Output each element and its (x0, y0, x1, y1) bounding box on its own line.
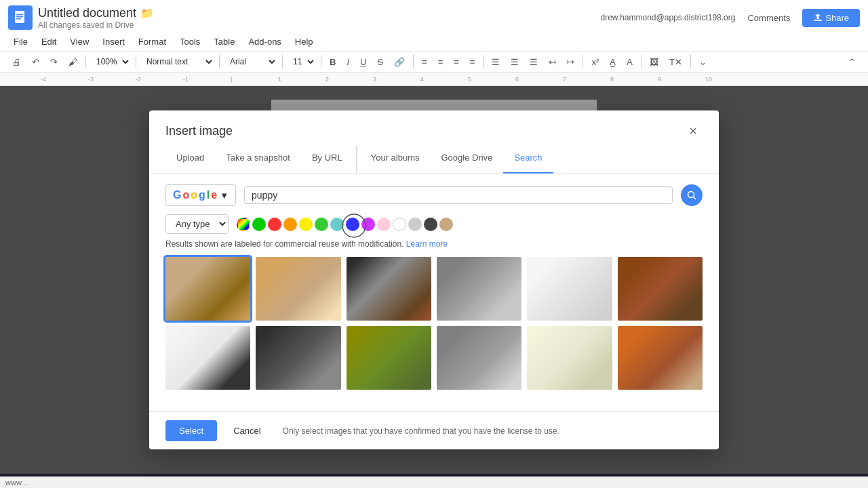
image-cell-3[interactable] (347, 257, 431, 321)
swatch-red[interactable] (268, 218, 281, 231)
tab-search[interactable]: Search (503, 146, 553, 174)
size-select[interactable]: 11 (287, 54, 317, 69)
ruler-mark-5: 5 (468, 76, 471, 83)
increase-indent-button[interactable]: ↦ (563, 55, 578, 69)
swatch-yellow[interactable] (299, 218, 313, 231)
insert-image-button[interactable]: 🖼 (646, 55, 663, 69)
user-email: drew.hammond@apps.district198.org (600, 13, 735, 22)
menu-help[interactable]: Help (290, 34, 319, 49)
doc-title-row: Untitled document 📁 (38, 6, 595, 20)
clear-format-button[interactable]: T✕ (665, 55, 686, 69)
image-cell-6[interactable] (618, 257, 703, 321)
tab-upload[interactable]: Upload (165, 146, 215, 174)
swatch-multicolor[interactable] (237, 218, 250, 231)
search-input[interactable] (252, 190, 665, 201)
superscript-button[interactable]: x² (587, 55, 603, 69)
unordered-list-button[interactable]: ☰ (526, 55, 542, 69)
swatch-purple[interactable] (361, 218, 375, 231)
undo-button[interactable]: ↶ (28, 55, 43, 69)
image-cell-11[interactable] (527, 326, 612, 390)
toolbar-sep-10 (690, 55, 691, 68)
image-cell-5[interactable] (527, 257, 612, 321)
underline-button[interactable]: U (356, 55, 370, 69)
style-select[interactable]: Normal text (140, 54, 215, 69)
tab-albums[interactable]: Your albums (360, 146, 431, 174)
text-color-button[interactable]: A (623, 55, 637, 69)
paint-format-button[interactable]: 🖌 (64, 55, 81, 69)
color-swatches (237, 218, 453, 231)
redo-button[interactable]: ↷ (46, 55, 62, 69)
zoom-select[interactable]: 100% (90, 54, 132, 69)
highlight-button[interactable]: A̲ (606, 55, 620, 69)
logo-g2: g (199, 189, 205, 201)
italic-button[interactable]: I (342, 55, 353, 69)
menu-insert[interactable]: Insert (97, 34, 130, 49)
docs-logo (8, 5, 33, 30)
image-cell-7[interactable] (165, 326, 250, 390)
swatch-green[interactable] (252, 218, 266, 231)
strikethrough-button[interactable]: S (373, 55, 387, 69)
image-cell-12[interactable] (618, 326, 703, 390)
swatch-teal[interactable] (315, 218, 328, 231)
swatch-pink[interactable] (377, 218, 391, 231)
dialog-tabs: Upload Take a snapshot By URL Your album… (149, 146, 719, 174)
logo-e: e (211, 189, 217, 201)
folder-icon[interactable]: 📁 (140, 7, 154, 20)
license-notice: Results shown are labeled for commercial… (165, 239, 703, 249)
link-button[interactable]: 🔗 (390, 55, 409, 69)
menu-edit[interactable]: Edit (36, 34, 62, 49)
swatch-white[interactable] (393, 218, 406, 231)
swatch-blue[interactable] (346, 218, 359, 231)
select-button[interactable]: Select (165, 420, 217, 441)
decrease-indent-button[interactable]: ↤ (545, 55, 560, 69)
menu-addons[interactable]: Add-ons (243, 34, 286, 49)
align-left-button[interactable]: ≡ (418, 55, 431, 69)
menu-file[interactable]: File (8, 34, 33, 49)
status-text: www.... (5, 479, 29, 487)
menu-view[interactable]: View (64, 34, 94, 49)
filter-type-select[interactable]: Any type (165, 214, 229, 234)
line-spacing-button[interactable]: ☰ (488, 55, 504, 69)
learn-more-link[interactable]: Learn more (406, 239, 448, 249)
logo-l: l (207, 189, 210, 201)
bold-button[interactable]: B (326, 55, 340, 69)
search-input-wrapper (244, 186, 673, 204)
toolbar-sep-7 (483, 55, 484, 68)
align-center-button[interactable]: ≡ (434, 55, 448, 69)
search-submit-button[interactable] (681, 184, 703, 206)
tab-url[interactable]: By URL (301, 146, 353, 174)
image-cell-4[interactable] (437, 257, 521, 321)
image-cell-8[interactable] (256, 326, 340, 390)
print-button[interactable]: 🖨 (8, 55, 25, 69)
align-justify-button[interactable]: ≡ (466, 55, 479, 69)
more-button[interactable]: ⌄ (695, 55, 711, 69)
menu-format[interactable]: Format (133, 34, 172, 49)
swatch-brown[interactable] (439, 218, 453, 231)
image-cell-9[interactable] (347, 326, 431, 390)
swatch-gray[interactable] (408, 218, 422, 231)
image-cell-2[interactable] (256, 257, 340, 321)
font-select[interactable]: Arial (224, 54, 278, 69)
image-cell-1[interactable] (165, 257, 250, 321)
tab-snapshot[interactable]: Take a snapshot (215, 146, 301, 174)
document-title[interactable]: Untitled document (38, 6, 136, 20)
swatch-darkgray[interactable] (424, 218, 437, 231)
search-engine-selector[interactable]: Google ▼ (165, 184, 236, 206)
cancel-button[interactable]: Cancel (225, 420, 269, 441)
image-cell-10[interactable] (437, 326, 521, 390)
share-button[interactable]: Share (802, 9, 860, 27)
tab-drive[interactable]: Google Drive (430, 146, 503, 174)
align-right-button[interactable]: ≡ (450, 55, 463, 69)
ruler-mark-1: 1 (278, 76, 281, 83)
dialog-close-button[interactable]: × (684, 121, 703, 140)
filter-row: Any type (165, 214, 703, 234)
comments-button[interactable]: Comments (743, 11, 794, 25)
toolbar-sep-5 (321, 55, 321, 68)
swatch-orange[interactable] (283, 218, 297, 231)
menu-table[interactable]: Table (208, 34, 240, 49)
collapse-toolbar-button[interactable]: ⌃ (844, 55, 860, 69)
menu-tools[interactable]: Tools (174, 34, 205, 49)
ordered-list-button[interactable]: ☰ (507, 55, 523, 69)
ruler-mark-neg1: -1 (183, 76, 189, 83)
swatch-cyan[interactable] (330, 218, 344, 231)
